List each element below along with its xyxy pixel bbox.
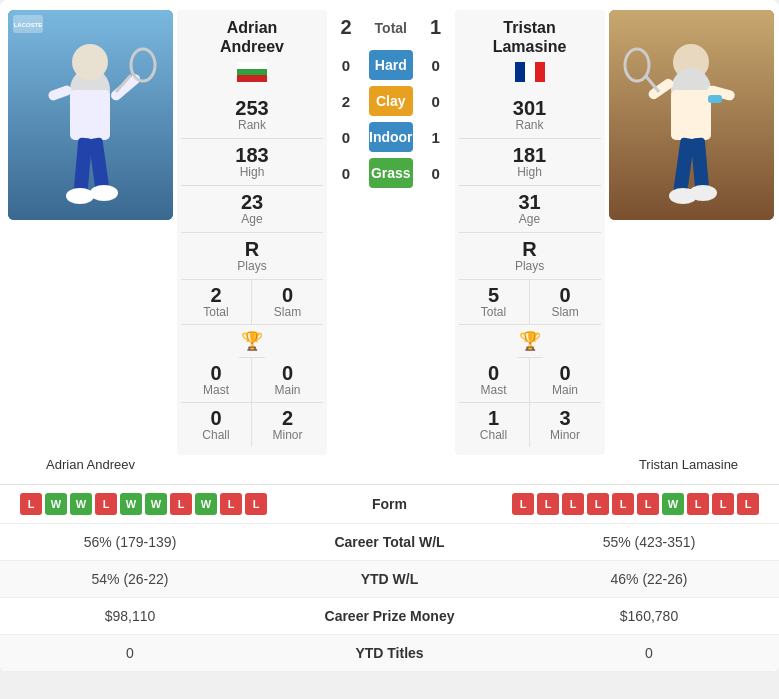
right-rank: 301 Rank <box>459 92 601 139</box>
ytd-wl-left: 54% (26-22) <box>20 571 240 587</box>
form-badge-l: L <box>170 493 192 515</box>
form-badge-l: L <box>562 493 584 515</box>
right-minor: 3 Minor <box>530 403 601 447</box>
left-slam: 0 Slam <box>252 280 323 325</box>
form-badge-l: L <box>737 493 759 515</box>
form-badge-w: W <box>662 493 684 515</box>
form-badge-w: W <box>145 493 167 515</box>
left-player-name: Adrian Andreev <box>220 18 284 56</box>
surface-row-hard: 0 Hard 0 <box>331 50 451 80</box>
svg-rect-16 <box>237 69 267 75</box>
total-row: 2 Total 1 <box>331 16 451 39</box>
svg-rect-33 <box>525 62 535 82</box>
form-badge-l: L <box>245 493 267 515</box>
svg-point-12 <box>90 185 118 201</box>
form-label: Form <box>330 496 450 512</box>
surface-btn-grass[interactable]: Grass <box>369 158 413 188</box>
player-name-labels: Adrian Andreev Tristan Lamasine <box>0 455 779 480</box>
right-stat-col: Tristan Lamasine 301 Rank <box>455 10 605 455</box>
right-mast: 0 Mast <box>459 358 530 403</box>
trophy-icon-right: 🏆 <box>519 330 541 352</box>
form-badge-l: L <box>537 493 559 515</box>
form-badge-l: L <box>587 493 609 515</box>
right-form-badges: LLLLLLWLLL <box>450 493 760 515</box>
left-main: 0 Main <box>252 358 323 403</box>
left-rank: 253 Rank <box>181 92 323 139</box>
form-badge-l: L <box>20 493 42 515</box>
surface-row-indoor: 0 Indoor 1 <box>331 122 451 152</box>
form-badge-w: W <box>45 493 67 515</box>
form-badge-l: L <box>220 493 242 515</box>
right-two-col-3: 1 Chall 3 Minor <box>459 403 601 447</box>
form-badge-l: L <box>687 493 709 515</box>
left-mast: 0 Mast <box>181 358 252 403</box>
form-badge-w: W <box>195 493 217 515</box>
surface-row-grass: 0 Grass 0 <box>331 158 451 188</box>
right-player-photo <box>609 10 774 220</box>
svg-rect-32 <box>515 62 525 82</box>
titles-row: 0 YTD Titles 0 <box>0 635 779 672</box>
form-badge-l: L <box>95 493 117 515</box>
left-high: 183 High <box>181 139 323 186</box>
right-trophy: 🏆 <box>517 325 543 358</box>
form-row: LWWLWWLWLL Form LLLLLLWLLL <box>0 485 779 524</box>
titles-right: 0 <box>539 645 759 661</box>
left-two-col-1: 2 Total 0 Slam <box>181 280 323 325</box>
left-two-col-3: 0 Chall 2 Minor <box>181 403 323 447</box>
left-player-block: LACOSTE Adrian Andreev <box>8 10 331 455</box>
form-badge-l: L <box>612 493 634 515</box>
left-age: 23 Age <box>181 186 323 233</box>
career-wl-label: Career Total W/L <box>240 534 539 550</box>
right-player-block: Tristan Lamasine 301 Rank <box>451 10 774 455</box>
left-player-photo: LACOSTE <box>8 10 173 220</box>
surface-btn-hard[interactable]: Hard <box>369 50 413 80</box>
svg-point-3 <box>72 44 108 80</box>
form-badge-l: L <box>637 493 659 515</box>
left-stat-col: Adrian Andreev 253 Rank <box>177 10 327 455</box>
right-flag <box>515 62 545 82</box>
surface-btn-indoor[interactable]: Indoor <box>369 122 413 152</box>
ytd-wl-label: YTD W/L <box>240 571 539 587</box>
left-chall: 0 Chall <box>181 403 252 447</box>
trophy-icon-left: 🏆 <box>241 330 263 352</box>
right-high: 181 High <box>459 139 601 186</box>
prize-left: $98,110 <box>20 608 240 624</box>
left-trophy: 🏆 <box>239 325 265 358</box>
prize-row: $98,110 Career Prize Money $160,780 <box>0 598 779 635</box>
svg-rect-17 <box>237 75 267 82</box>
svg-rect-15 <box>237 62 267 69</box>
left-minor: 2 Minor <box>252 403 323 447</box>
players-top: LACOSTE Adrian Andreev <box>0 0 779 455</box>
right-slam: 0 Slam <box>530 280 601 325</box>
bottom-section: LWWLWWLWLL Form LLLLLLWLLL 56% (179-139)… <box>0 484 779 672</box>
left-total: 2 Total <box>181 280 252 325</box>
svg-point-11 <box>66 188 94 204</box>
right-chall: 1 Chall <box>459 403 530 447</box>
career-wl-right: 55% (423-351) <box>539 534 759 550</box>
right-total: 5 Total <box>459 280 530 325</box>
career-wl-left: 56% (179-139) <box>20 534 240 550</box>
career-wl-row: 56% (179-139) Career Total W/L 55% (423-… <box>0 524 779 561</box>
right-plays: R Plays <box>459 233 601 280</box>
svg-rect-22 <box>671 90 711 140</box>
form-badge-l: L <box>512 493 534 515</box>
form-badge-l: L <box>712 493 734 515</box>
titles-left: 0 <box>20 645 240 661</box>
titles-label: YTD Titles <box>240 645 539 661</box>
right-two-col-2: 0 Mast 0 Main <box>459 358 601 403</box>
left-name-label: Adrian Andreev <box>8 457 173 472</box>
left-plays: R Plays <box>181 233 323 280</box>
prize-right: $160,780 <box>539 608 759 624</box>
center-block: 2 Total 1 0 Hard 0 2 Clay 0 <box>331 10 451 455</box>
form-badge-w: W <box>70 493 92 515</box>
svg-rect-34 <box>535 62 545 82</box>
right-age: 31 Age <box>459 186 601 233</box>
right-main: 0 Main <box>530 358 601 403</box>
right-name-label: Tristan Lamasine <box>606 457 771 472</box>
left-flag <box>237 62 267 82</box>
svg-rect-4 <box>70 90 110 140</box>
prize-label: Career Prize Money <box>240 608 539 624</box>
left-form-badges: LWWLWWLWLL <box>20 493 330 515</box>
surface-btn-clay[interactable]: Clay <box>369 86 413 116</box>
ytd-wl-right: 46% (22-26) <box>539 571 759 587</box>
